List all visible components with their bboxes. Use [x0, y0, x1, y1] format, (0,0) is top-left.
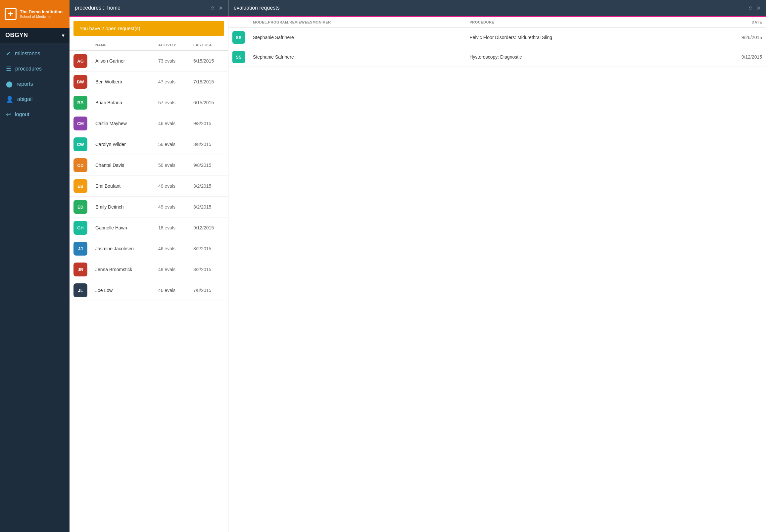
avatar: CM [73, 117, 87, 130]
evaluations-table-container[interactable]: MODEL.PROGRAM.REVIEWEESMONIKER PROCEDURE… [228, 17, 766, 532]
eval-print-icon[interactable]: 🖨 [748, 5, 753, 11]
table-row[interactable]: JL Joe Low 46 evals 7/8/2015 [70, 280, 228, 301]
activity-value: 40 evals [154, 176, 189, 197]
eval-date: 9/12/2015 [694, 47, 766, 67]
main-content: procedures :: home 🖨 ✕ You have 2 open r… [70, 0, 766, 532]
sidebar: + The Demo Institution School of Medicin… [0, 0, 70, 532]
student-name: Carolyn Wilder [91, 134, 154, 155]
table-header-row: NAME ACTIVITY LAST USE [70, 40, 228, 51]
close-icon[interactable]: ✕ [218, 5, 223, 11]
eval-avatar-cell: SS [228, 47, 249, 67]
avatar: CD [73, 158, 87, 172]
logo-plus-icon: + [5, 8, 17, 20]
sidebar-item-abigail[interactable]: 👤 abigail [0, 92, 70, 107]
institution-subtitle: School of Medicine [20, 15, 63, 19]
logout-icon: ↩ [6, 111, 11, 118]
activity-value: 49 evals [154, 197, 189, 218]
last-use-value: 7/18/2015 [189, 72, 228, 92]
avatar: GH [73, 221, 87, 235]
table-row[interactable]: JB Jenna Broomstick 48 evals 3/2/2015 [70, 259, 228, 280]
activity-value: 50 evals [154, 155, 189, 176]
avatar: JJ [73, 242, 87, 256]
evaluations-tbody: SS Stephanie Safrinere Pelvic Floor Diso… [228, 28, 766, 67]
procedures-panel-title: procedures :: home [75, 5, 120, 11]
avatar-cell: CD [70, 155, 91, 176]
procedures-panel: procedures :: home 🖨 ✕ You have 2 open r… [70, 0, 228, 532]
procedures-table-container[interactable]: NAME ACTIVITY LAST USE AG Alison Gartner… [70, 40, 228, 532]
student-name: Caitlin Mayhew [91, 113, 154, 134]
last-use-value: 6/15/2015 [189, 92, 228, 113]
panel-accent-bar [70, 16, 228, 17]
avatar-cell: JL [70, 280, 91, 301]
student-name: Jasmine Jacobsen [91, 238, 154, 259]
avatar: AG [73, 54, 87, 68]
procedures-tbody: AG Alison Gartner 73 evals 6/15/2015 BW … [70, 51, 228, 301]
eval-col-avatar [228, 17, 249, 28]
reviewee-name: Stephanie Safrinere [249, 47, 465, 67]
table-row[interactable]: EB Emi Boufant 40 evals 3/2/2015 [70, 176, 228, 197]
avatar: JB [73, 263, 87, 276]
activity-value: 48 evals [154, 259, 189, 280]
eval-close-icon[interactable]: ✕ [756, 5, 761, 11]
col-name: NAME [91, 40, 154, 51]
sidebar-item-procedures[interactable]: ☰ procedures [0, 61, 70, 76]
avatar-cell: AG [70, 51, 91, 72]
procedures-icon: ☰ [6, 65, 11, 73]
table-row[interactable]: CD Chantel Davis 50 evals 9/8/2015 [70, 155, 228, 176]
program-selector[interactable]: OBGYN ▾ [0, 28, 70, 43]
table-row[interactable]: BW Ben Wolberb 47 evals 7/18/2015 [70, 72, 228, 92]
eval-header-row: MODEL.PROGRAM.REVIEWEESMONIKER PROCEDURE… [228, 17, 766, 28]
evaluations-panel: evaluation requests 🖨 ✕ MODEL.PROGRAM.RE… [228, 0, 766, 532]
activity-value: 46 evals [154, 238, 189, 259]
sidebar-item-milestones[interactable]: ✔ milestones [0, 46, 70, 61]
table-row[interactable]: BB Brian Botana 57 evals 6/15/2015 [70, 92, 228, 113]
table-row[interactable]: AG Alison Gartner 73 evals 6/15/2015 [70, 51, 228, 72]
sidebar-item-label: milestones [15, 51, 40, 57]
table-row[interactable]: JJ Jasmine Jacobsen 46 evals 3/2/2015 [70, 238, 228, 259]
student-name: Alison Gartner [91, 51, 154, 72]
program-label: OBGYN [5, 32, 28, 39]
avatar-cell: ED [70, 197, 91, 218]
table-row[interactable]: GH Gabrielle Hawn 18 evals 9/12/2015 [70, 218, 228, 238]
sidebar-item-logout[interactable]: ↩ logout [0, 107, 70, 122]
avatar-cell: BB [70, 92, 91, 113]
table-row[interactable]: CM Caitlin Mayhew 46 evals 9/8/2015 [70, 113, 228, 134]
evaluations-table: MODEL.PROGRAM.REVIEWEESMONIKER PROCEDURE… [228, 17, 766, 67]
student-name: Emi Boufant [91, 176, 154, 197]
eval-avatar: SS [232, 31, 245, 44]
last-use-value: 9/8/2015 [189, 113, 228, 134]
sidebar-item-label: logout [15, 112, 29, 118]
reports-icon: ⬤ [6, 80, 13, 88]
print-icon[interactable]: 🖨 [210, 5, 215, 11]
procedures-panel-header: procedures :: home 🖨 ✕ [70, 0, 228, 16]
avatar: CW [73, 137, 87, 151]
last-use-value: 3/2/2015 [189, 238, 228, 259]
user-icon: 👤 [6, 96, 13, 103]
activity-value: 73 evals [154, 51, 189, 72]
alert-banner: You have 2 open request(s). [73, 21, 224, 36]
avatar-cell: BW [70, 72, 91, 92]
avatar: ED [73, 200, 87, 214]
activity-value: 46 evals [154, 280, 189, 301]
procedure-name: Pelvic Floor Disorders: Midurethral Slin… [465, 28, 694, 47]
student-name: Emily Deitrich [91, 197, 154, 218]
col-avatar [70, 40, 91, 51]
last-use-value: 9/8/2015 [189, 155, 228, 176]
avatar-cell: EB [70, 176, 91, 197]
eval-table-row[interactable]: SS Stephanie Safrinere Hysteroscopy: Dia… [228, 47, 766, 67]
activity-value: 18 evals [154, 218, 189, 238]
eval-table-row[interactable]: SS Stephanie Safrinere Pelvic Floor Diso… [228, 28, 766, 47]
student-name: Brian Botana [91, 92, 154, 113]
last-use-value: 6/15/2015 [189, 51, 228, 72]
activity-value: 46 evals [154, 113, 189, 134]
student-name: Ben Wolberb [91, 72, 154, 92]
eval-col-procedure: PROCEDURE [465, 17, 694, 28]
table-row[interactable]: CW Carolyn Wilder 56 evals 3/8/2015 [70, 134, 228, 155]
last-use-value: 3/2/2015 [189, 197, 228, 218]
sidebar-item-reports[interactable]: ⬤ reports [0, 76, 70, 92]
avatar: EB [73, 179, 87, 193]
avatar: BB [73, 96, 87, 110]
eval-avatar-cell: SS [228, 28, 249, 47]
student-name: Gabrielle Hawn [91, 218, 154, 238]
table-row[interactable]: ED Emily Deitrich 49 evals 3/2/2015 [70, 197, 228, 218]
